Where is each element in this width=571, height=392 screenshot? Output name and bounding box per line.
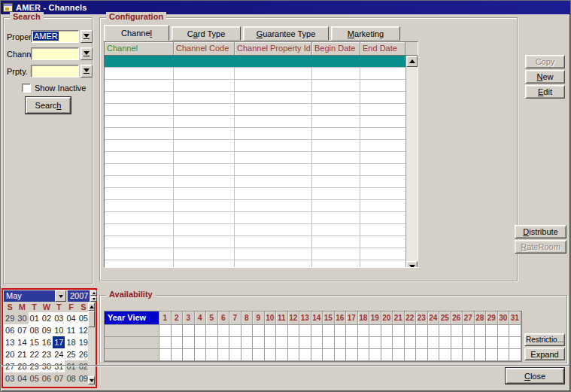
calendar-day[interactable]: 14 — [16, 336, 28, 348]
column-header-channel-code[interactable]: Channel Code — [174, 42, 235, 55]
availability-cell[interactable] — [405, 337, 417, 349]
availability-cell[interactable] — [183, 325, 195, 337]
calendar-day[interactable]: 06 — [4, 324, 16, 336]
calendar-day[interactable]: 27 — [4, 360, 16, 372]
prpty-id-input[interactable] — [31, 65, 79, 77]
availability-cell[interactable] — [428, 349, 440, 361]
calendar-day[interactable]: 10 — [53, 324, 65, 336]
year-down-button[interactable] — [90, 296, 97, 302]
availability-cell[interactable] — [463, 349, 475, 361]
calendar-month-select[interactable]: May — [4, 290, 55, 302]
restrictions-button[interactable]: Restrictio... — [524, 333, 565, 346]
calendar-day[interactable]: 08 — [29, 324, 41, 336]
channel-input[interactable] — [31, 47, 79, 60]
scrollbar-trough[interactable] — [88, 327, 95, 376]
availability-cell[interactable] — [229, 325, 241, 337]
availability-cell[interactable] — [253, 337, 265, 349]
tab-channel[interactable]: Channel — [104, 25, 169, 41]
calendar-day[interactable]: 11 — [65, 324, 77, 336]
calendar-day[interactable]: 22 — [29, 348, 41, 360]
new-button[interactable]: New — [525, 70, 565, 84]
calendar-day[interactable]: 20 — [4, 348, 16, 360]
scrollbar-thumb[interactable] — [88, 311, 95, 327]
availability-cell[interactable] — [218, 337, 230, 349]
availability-cell[interactable] — [276, 325, 288, 337]
availability-cell[interactable] — [206, 325, 218, 337]
table-row[interactable] — [105, 164, 405, 176]
calendar-day[interactable]: 06 — [41, 372, 53, 384]
availability-cell[interactable] — [172, 349, 184, 361]
calendar-month-dropdown-button[interactable] — [55, 290, 66, 302]
availability-cell[interactable] — [276, 349, 288, 361]
availability-cell[interactable] — [451, 349, 463, 361]
availability-cell[interactable] — [276, 337, 288, 349]
availability-cell[interactable] — [439, 349, 451, 361]
availability-cell[interactable] — [288, 349, 300, 361]
table-row[interactable] — [105, 104, 405, 116]
availability-cell[interactable] — [463, 325, 475, 337]
availability-cell[interactable] — [229, 349, 241, 361]
calendar-day-selected[interactable]: 17 — [53, 336, 65, 348]
availability-cell[interactable] — [311, 349, 323, 361]
availability-cell[interactable] — [335, 325, 347, 337]
availability-cell[interactable] — [323, 337, 335, 349]
availability-cell[interactable] — [241, 325, 254, 337]
availability-cell[interactable] — [475, 325, 487, 337]
calendar-day[interactable]: 03 — [53, 312, 65, 324]
availability-cell[interactable] — [439, 337, 451, 349]
availability-cell[interactable] — [346, 349, 358, 361]
availability-cell[interactable] — [393, 337, 405, 349]
availability-cell[interactable] — [498, 325, 510, 337]
calendar-day[interactable]: 30 — [41, 360, 53, 372]
table-row[interactable] — [105, 236, 405, 248]
availability-cell[interactable] — [346, 337, 358, 349]
table-row[interactable] — [105, 68, 405, 80]
table-row[interactable] — [105, 200, 405, 212]
availability-cell[interactable] — [381, 337, 393, 349]
table-row[interactable] — [105, 116, 405, 128]
column-header-channel[interactable]: Channel — [105, 42, 174, 55]
calendar-day[interactable]: 28 — [16, 360, 28, 372]
rateroom-button[interactable]: RateRoom — [515, 240, 566, 254]
availability-cell[interactable] — [416, 325, 428, 337]
availability-cell[interactable] — [498, 349, 510, 361]
table-row[interactable] — [105, 260, 405, 268]
calendar-day[interactable]: 09 — [41, 324, 53, 336]
calendar-year-field[interactable]: 2007 — [68, 290, 90, 302]
availability-cell[interactable] — [311, 337, 323, 349]
availability-cell[interactable] — [311, 325, 323, 337]
availability-cell[interactable] — [393, 349, 405, 361]
availability-cell[interactable] — [299, 349, 311, 361]
property-lov-button[interactable] — [80, 30, 93, 43]
distribute-button[interactable]: Distribute — [515, 225, 566, 239]
availability-cell[interactable] — [265, 325, 277, 337]
close-button[interactable]: Close — [506, 368, 564, 384]
table-row[interactable] — [105, 128, 405, 140]
availability-cell[interactable] — [241, 337, 254, 349]
availability-cell[interactable] — [486, 349, 498, 361]
availability-cell[interactable] — [509, 325, 521, 337]
calendar-day[interactable]: 05 — [29, 372, 41, 384]
column-header-begin-date[interactable]: Begin Date — [312, 42, 360, 55]
calendar-day[interactable]: 30 — [16, 312, 28, 324]
availability-cell[interactable] — [358, 325, 370, 337]
calendar-day[interactable]: 29 — [29, 360, 41, 372]
calendar-day[interactable]: 23 — [41, 348, 53, 360]
availability-cell[interactable] — [475, 349, 487, 361]
calendar-scrollbar[interactable] — [88, 302, 95, 384]
copy-button[interactable]: Copy — [525, 55, 565, 68]
table-row[interactable] — [105, 248, 405, 260]
availability-cell[interactable] — [439, 325, 451, 337]
availability-cell[interactable] — [159, 325, 172, 337]
show-inactive-checkbox[interactable] — [22, 84, 31, 93]
availability-cell[interactable] — [299, 337, 311, 349]
tab-guarantee-type[interactable]: Guarantee Type — [243, 26, 329, 41]
availability-cell[interactable] — [253, 349, 265, 361]
availability-cell[interactable] — [288, 337, 300, 349]
availability-cell[interactable] — [405, 325, 417, 337]
availability-cell[interactable] — [358, 337, 370, 349]
edit-button[interactable]: Edit — [525, 85, 565, 99]
availability-cell[interactable] — [428, 337, 440, 349]
table-row[interactable] — [105, 224, 405, 236]
calendar-day[interactable]: 29 — [4, 312, 16, 324]
